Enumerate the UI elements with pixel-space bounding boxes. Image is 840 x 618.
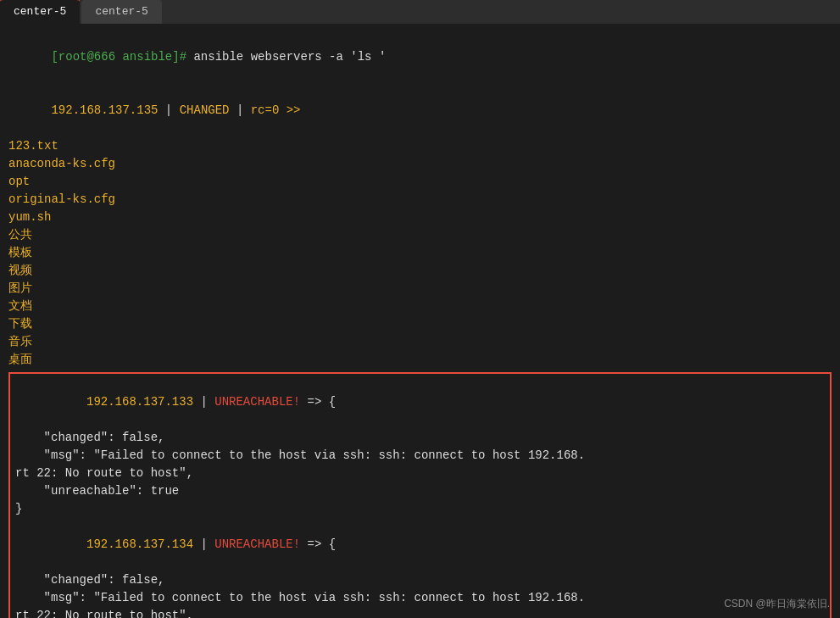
u2-line-1: "msg": "Failed to connect to the host vi… [15,589,825,607]
command-line: [root@666 ansible]# ansible webservers -… [8,31,832,84]
u2-line-2: rt 22: No route to host", [15,607,825,618]
u2-line-0: "changed": false, [15,571,825,589]
unreachable-block-1: 192.168.137.133 | UNREACHABLE! => { "cha… [10,376,830,518]
pipe2: | [229,103,250,117]
terminal-content: [root@666 ansible]# ansible webservers -… [0,24,840,618]
unreachable-header-1: 192.168.137.133 | UNREACHABLE! => { [15,376,825,429]
file-line-12: 桌面 [8,351,832,369]
tab-1[interactable]: center-5 [0,0,80,24]
file-line-6: 模板 [8,244,832,262]
command-text: ansible webservers -a 'ls ' [186,50,386,64]
u1-line-2: rt 22: No route to host", [15,465,825,482]
unreachable-box: 192.168.137.133 | UNREACHABLE! => { "cha… [8,372,832,618]
watermark: CSDN @昨日海棠依旧. [724,597,830,611]
unreachable-header-2: 192.168.137.134 | UNREACHABLE! => { [15,518,825,571]
file-line-10: 下载 [8,315,832,333]
file-line-2: opt [8,173,832,191]
changed-status-text: CHANGED [180,103,230,117]
pipe1: | [158,103,179,117]
file-line-3: original-ks.cfg [8,191,832,209]
tab-2[interactable]: center-5 [81,0,161,24]
unreachable-status-2: UNREACHABLE! [214,537,300,551]
unreachable-block-2: 192.168.137.134 | UNREACHABLE! => { "cha… [10,518,830,618]
u1-line-0: "changed": false, [15,429,825,447]
changed-rc: rc=0 >> [251,103,301,117]
file-line-5: 公共 [8,226,832,244]
tab-1-label: center-5 [14,5,66,18]
file-line-0: 123.txt [8,137,832,155]
terminal-window: center-5 center-5 [root@666 ansible]# an… [0,0,840,618]
unreachable-ip-1: 192.168.137.133 [86,395,193,409]
tab-2-label: center-5 [95,5,147,18]
u-pipe-2: | [193,537,214,551]
unreachable-status-1: UNREACHABLE! [214,395,300,409]
unreachable-ip-2: 192.168.137.134 [86,537,193,551]
u1-line-3: "unreachable": true [15,482,825,500]
u1-close: } [15,500,825,518]
u-arrow-1: => { [300,395,336,409]
tab-bar: center-5 center-5 [0,0,840,24]
changed-host-ip: 192.168.137.135 [51,103,158,117]
file-line-9: 文档 [8,298,832,315]
prompt-text: [root@666 ansible]# [51,50,186,64]
u-arrow-2: => { [300,537,336,551]
u-pipe-1: | [193,395,214,409]
file-line-8: 图片 [8,280,832,298]
file-line-1: anaconda-ks.cfg [8,155,832,173]
file-line-4: yum.sh [8,209,832,226]
file-line-7: 视频 [8,262,832,280]
file-line-11: 音乐 [8,333,832,351]
u1-line-1: "msg": "Failed to connect to the host vi… [15,447,825,465]
changed-host-line: 192.168.137.135 | CHANGED | rc=0 >> [8,84,832,137]
